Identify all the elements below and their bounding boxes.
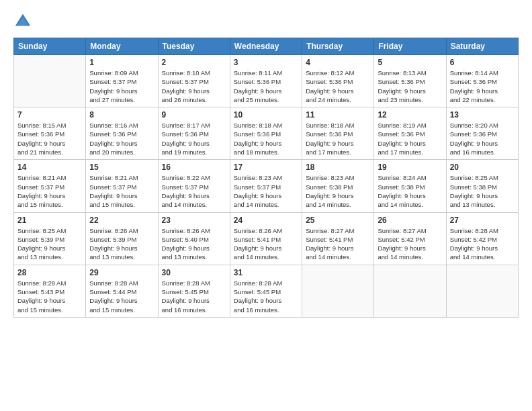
day-info: Sunrise: 8:28 AMSunset: 5:43 PMDaylight:… — [17, 279, 82, 314]
day-info: Sunrise: 8:15 AMSunset: 5:36 PMDaylight:… — [17, 121, 82, 156]
day-info: Sunrise: 8:22 AMSunset: 5:37 PMDaylight:… — [162, 173, 226, 209]
day-number: 31 — [234, 268, 298, 277]
day-info: Sunrise: 8:23 AMSunset: 5:37 PMDaylight:… — [234, 173, 298, 209]
day-info: Sunrise: 8:13 AMSunset: 5:36 PMDaylight:… — [378, 68, 442, 104]
day-number: 28 — [17, 268, 82, 277]
day-cell — [446, 265, 518, 317]
column-header-wednesday: Wednesday — [230, 38, 302, 55]
day-cell: 4Sunrise: 8:12 AMSunset: 5:36 PMDaylight… — [302, 55, 374, 107]
logo-icon — [13, 12, 32, 31]
day-info: Sunrise: 8:24 AMSunset: 5:38 PMDaylight:… — [378, 173, 442, 209]
day-number: 7 — [17, 110, 82, 120]
day-number: 12 — [378, 110, 442, 120]
day-cell — [14, 55, 86, 107]
day-info: Sunrise: 8:25 AMSunset: 5:38 PMDaylight:… — [450, 173, 515, 209]
day-info: Sunrise: 8:19 AMSunset: 5:36 PMDaylight:… — [378, 121, 442, 156]
day-number: 27 — [450, 216, 515, 225]
day-cell: 29Sunrise: 8:28 AMSunset: 5:44 PMDayligh… — [86, 265, 158, 317]
day-number: 2 — [162, 58, 226, 67]
day-number: 1 — [89, 58, 154, 67]
day-cell: 19Sunrise: 8:24 AMSunset: 5:38 PMDayligh… — [374, 160, 446, 212]
day-number: 19 — [378, 163, 442, 172]
week-row-2: 7Sunrise: 8:15 AMSunset: 5:36 PMDaylight… — [14, 107, 519, 160]
day-cell: 23Sunrise: 8:26 AMSunset: 5:40 PMDayligh… — [158, 212, 230, 265]
day-number: 9 — [162, 110, 226, 120]
day-cell: 31Sunrise: 8:28 AMSunset: 5:45 PMDayligh… — [230, 265, 302, 317]
day-cell: 7Sunrise: 8:15 AMSunset: 5:36 PMDaylight… — [14, 107, 86, 160]
day-info: Sunrise: 8:26 AMSunset: 5:39 PMDaylight:… — [89, 226, 154, 262]
day-number: 22 — [89, 216, 154, 225]
week-row-5: 28Sunrise: 8:28 AMSunset: 5:43 PMDayligh… — [14, 265, 519, 317]
day-cell: 17Sunrise: 8:23 AMSunset: 5:37 PMDayligh… — [230, 160, 302, 212]
day-number: 4 — [306, 58, 370, 67]
day-cell: 28Sunrise: 8:28 AMSunset: 5:43 PMDayligh… — [14, 265, 86, 317]
day-cell: 2Sunrise: 8:10 AMSunset: 5:37 PMDaylight… — [158, 55, 230, 107]
day-info: Sunrise: 8:28 AMSunset: 5:42 PMDaylight:… — [450, 226, 515, 262]
day-info: Sunrise: 8:28 AMSunset: 5:45 PMDaylight:… — [162, 279, 226, 314]
day-number: 25 — [306, 216, 370, 225]
day-info: Sunrise: 8:26 AMSunset: 5:40 PMDaylight:… — [162, 226, 226, 262]
day-number: 8 — [89, 110, 154, 120]
day-number: 11 — [306, 110, 370, 120]
day-cell — [374, 265, 446, 317]
day-number: 29 — [89, 268, 154, 277]
day-info: Sunrise: 8:21 AMSunset: 5:37 PMDaylight:… — [17, 173, 82, 209]
page: SundayMondayTuesdayWednesdayThursdayFrid… — [0, 0, 532, 411]
day-info: Sunrise: 8:16 AMSunset: 5:36 PMDaylight:… — [89, 121, 154, 156]
day-number: 17 — [234, 163, 298, 172]
day-info: Sunrise: 8:27 AMSunset: 5:41 PMDaylight:… — [306, 226, 370, 262]
day-cell: 30Sunrise: 8:28 AMSunset: 5:45 PMDayligh… — [158, 265, 230, 317]
day-cell: 27Sunrise: 8:28 AMSunset: 5:42 PMDayligh… — [446, 212, 518, 265]
day-cell: 1Sunrise: 8:09 AMSunset: 5:37 PMDaylight… — [86, 55, 158, 107]
day-number: 14 — [17, 163, 82, 172]
week-row-4: 21Sunrise: 8:25 AMSunset: 5:39 PMDayligh… — [14, 212, 519, 265]
logo — [13, 12, 35, 31]
day-number: 21 — [17, 216, 82, 225]
day-number: 23 — [162, 216, 226, 225]
day-cell: 13Sunrise: 8:20 AMSunset: 5:36 PMDayligh… — [446, 107, 518, 160]
calendar-header-row: SundayMondayTuesdayWednesdayThursdayFrid… — [14, 38, 519, 55]
day-info: Sunrise: 8:09 AMSunset: 5:37 PMDaylight:… — [89, 68, 154, 104]
day-info: Sunrise: 8:18 AMSunset: 5:36 PMDaylight:… — [234, 121, 298, 156]
day-cell: 26Sunrise: 8:27 AMSunset: 5:42 PMDayligh… — [374, 212, 446, 265]
day-info: Sunrise: 8:12 AMSunset: 5:36 PMDaylight:… — [306, 68, 370, 104]
column-header-tuesday: Tuesday — [158, 38, 230, 55]
day-cell — [302, 265, 374, 317]
day-cell: 22Sunrise: 8:26 AMSunset: 5:39 PMDayligh… — [86, 212, 158, 265]
header — [13, 12, 519, 31]
day-number: 10 — [234, 110, 298, 120]
day-cell: 25Sunrise: 8:27 AMSunset: 5:41 PMDayligh… — [302, 212, 374, 265]
day-cell: 5Sunrise: 8:13 AMSunset: 5:36 PMDaylight… — [374, 55, 446, 107]
day-info: Sunrise: 8:10 AMSunset: 5:37 PMDaylight:… — [162, 68, 226, 104]
day-cell: 8Sunrise: 8:16 AMSunset: 5:36 PMDaylight… — [86, 107, 158, 160]
day-number: 6 — [450, 58, 515, 67]
day-number: 24 — [234, 216, 298, 225]
day-cell: 9Sunrise: 8:17 AMSunset: 5:36 PMDaylight… — [158, 107, 230, 160]
day-cell: 21Sunrise: 8:25 AMSunset: 5:39 PMDayligh… — [14, 212, 86, 265]
day-cell: 20Sunrise: 8:25 AMSunset: 5:38 PMDayligh… — [446, 160, 518, 212]
calendar-table: SundayMondayTuesdayWednesdayThursdayFrid… — [13, 38, 519, 318]
day-number: 30 — [162, 268, 226, 277]
column-header-friday: Friday — [374, 38, 446, 55]
day-cell: 18Sunrise: 8:23 AMSunset: 5:38 PMDayligh… — [302, 160, 374, 212]
column-header-saturday: Saturday — [446, 38, 518, 55]
column-header-monday: Monday — [86, 38, 158, 55]
day-number: 20 — [450, 163, 515, 172]
day-number: 13 — [450, 110, 515, 120]
day-info: Sunrise: 8:17 AMSunset: 5:36 PMDaylight:… — [162, 121, 226, 156]
day-cell: 16Sunrise: 8:22 AMSunset: 5:37 PMDayligh… — [158, 160, 230, 212]
day-cell: 3Sunrise: 8:11 AMSunset: 5:36 PMDaylight… — [230, 55, 302, 107]
day-info: Sunrise: 8:25 AMSunset: 5:39 PMDaylight:… — [17, 226, 82, 262]
day-info: Sunrise: 8:21 AMSunset: 5:37 PMDaylight:… — [89, 173, 154, 209]
column-header-sunday: Sunday — [14, 38, 86, 55]
day-info: Sunrise: 8:26 AMSunset: 5:41 PMDaylight:… — [234, 226, 298, 262]
week-row-3: 14Sunrise: 8:21 AMSunset: 5:37 PMDayligh… — [14, 160, 519, 212]
day-info: Sunrise: 8:28 AMSunset: 5:44 PMDaylight:… — [89, 279, 154, 314]
day-info: Sunrise: 8:11 AMSunset: 5:36 PMDaylight:… — [234, 68, 298, 104]
day-info: Sunrise: 8:27 AMSunset: 5:42 PMDaylight:… — [378, 226, 442, 262]
day-cell: 12Sunrise: 8:19 AMSunset: 5:36 PMDayligh… — [374, 107, 446, 160]
day-number: 18 — [306, 163, 370, 172]
day-number: 15 — [89, 163, 154, 172]
day-cell: 14Sunrise: 8:21 AMSunset: 5:37 PMDayligh… — [14, 160, 86, 212]
day-info: Sunrise: 8:23 AMSunset: 5:38 PMDaylight:… — [306, 173, 370, 209]
